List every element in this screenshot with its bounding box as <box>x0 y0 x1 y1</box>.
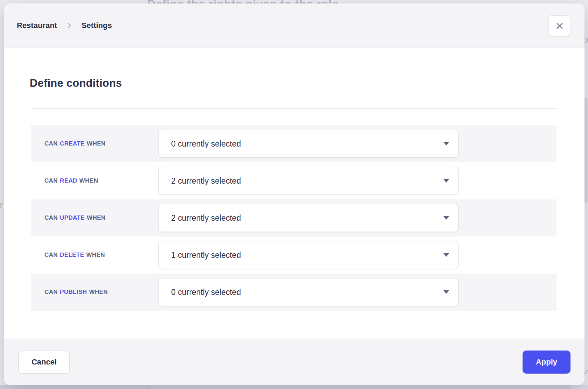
condition-select-value: 1 currently selected <box>171 250 241 260</box>
condition-select[interactable]: 2 currently selected <box>158 204 458 232</box>
permission-row: CAN CREATE WHEN 0 currently selected <box>31 125 556 162</box>
condition-select-value: 2 currently selected <box>171 213 241 223</box>
modal-header: Restaurant Settings <box>4 3 584 48</box>
permission-rows: CAN CREATE WHEN 0 currently selected CAN… <box>31 125 556 311</box>
permission-label-prefix: CAN <box>44 140 58 147</box>
permission-action: CREATE <box>60 140 85 147</box>
background-bottom-bar-segment <box>570 385 588 389</box>
chevron-right-icon <box>65 22 73 29</box>
permission-label: CAN CREATE WHEN <box>44 140 106 147</box>
close-button[interactable] <box>548 15 570 36</box>
condition-select[interactable]: 0 currently selected <box>158 278 458 306</box>
condition-select-value: 0 currently selected <box>171 139 241 149</box>
permission-row: CAN DELETE WHEN 1 currently selected <box>31 236 556 274</box>
condition-select[interactable]: 2 currently selected <box>158 167 458 195</box>
background-bottom-bar-segment <box>0 385 148 389</box>
condition-select[interactable]: 1 currently selected <box>158 241 458 269</box>
permission-label-suffix: WHEN <box>86 252 105 259</box>
permission-row: CAN READ WHEN 2 currently selected <box>31 162 556 199</box>
permission-label-suffix: WHEN <box>87 140 106 147</box>
permission-label-prefix: CAN <box>44 214 58 221</box>
breadcrumb-item-restaurant[interactable]: Restaurant <box>17 21 57 30</box>
permission-label-suffix: WHEN <box>87 214 106 221</box>
caret-down-icon <box>443 179 449 183</box>
permission-label: CAN PUBLISH WHEN <box>44 289 108 296</box>
caret-down-icon <box>443 142 449 146</box>
permission-row: CAN UPDATE WHEN 2 currently selected <box>31 199 556 236</box>
close-icon <box>555 21 564 30</box>
caret-down-icon <box>443 290 449 294</box>
condition-select-value: 2 currently selected <box>171 176 241 186</box>
background-bottom-bar <box>0 385 588 389</box>
breadcrumb-item-settings[interactable]: Settings <box>82 21 112 30</box>
permission-label: CAN READ WHEN <box>44 177 98 184</box>
condition-select[interactable]: 0 currently selected <box>158 130 458 158</box>
permission-action: READ <box>60 177 77 184</box>
permission-label-prefix: CAN <box>44 289 58 296</box>
caret-down-icon <box>443 216 449 220</box>
apply-button[interactable]: Apply <box>523 351 570 374</box>
background-scrollbar <box>584 98 588 203</box>
permission-action: DELETE <box>60 252 84 259</box>
settings-modal: Restaurant Settings Define conditions <box>4 3 584 385</box>
screen: Define the rights given to the role rdgo… <box>0 0 588 389</box>
permission-label: CAN DELETE WHEN <box>44 252 105 259</box>
permission-action: PUBLISH <box>60 289 87 296</box>
permission-label-prefix: CAN <box>44 252 58 259</box>
cancel-button[interactable]: Cancel <box>18 351 70 374</box>
breadcrumb: Restaurant Settings <box>17 21 112 30</box>
caret-down-icon <box>443 253 449 257</box>
permission-row: CAN PUBLISH WHEN 0 currently selected <box>31 274 556 311</box>
permission-label-suffix: WHEN <box>89 289 108 296</box>
background-bottom-bar-divider <box>148 385 149 389</box>
permission-label-suffix: WHEN <box>79 177 98 184</box>
modal-footer: Cancel Apply <box>4 339 584 385</box>
permission-label: CAN UPDATE WHEN <box>44 214 106 221</box>
condition-select-value: 0 currently selected <box>171 288 241 297</box>
permission-label-prefix: CAN <box>44 177 58 184</box>
title-divider <box>31 108 556 109</box>
permission-action: UPDATE <box>60 214 85 221</box>
page-title: Define conditions <box>30 77 122 90</box>
